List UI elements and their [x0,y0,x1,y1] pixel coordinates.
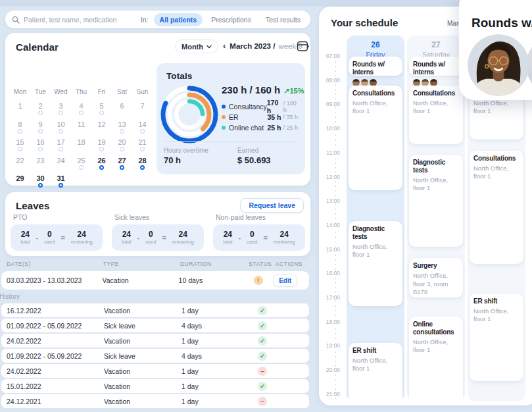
event-card-er-shift[interactable]: ER shiftNorth Office, floor 1 [470,294,523,381]
calendar-day-3[interactable]: 3 [51,101,71,120]
calendar-day-30[interactable]: 30 [30,174,51,192]
calendar-day-29[interactable]: 29 [10,174,30,192]
event-card-diagnostic-tests[interactable]: Diagnostic testsNorth Office, floor 1 [349,221,402,307]
event-card-surgery[interactable]: SurgeryNorth Office, floor 3, room B176 [409,258,463,297]
calendar-day-16[interactable]: 16 [30,138,51,156]
approved-status-icon: ✓ [258,336,267,346]
event-card-consultations[interactable]: ConsultationsNorth Office, floor 1 [349,86,402,190]
event-card-online-consultations[interactable]: Online consultationsNorth Office, floor … [409,317,463,401]
calendar-day-28[interactable]: 28 [132,156,153,174]
event-card-rounds-w-interns[interactable]: Rounds w/ interns [349,57,402,76]
calendar-day-23[interactable]: 23 [30,156,51,174]
total-stat-value: 24 [223,230,232,239]
remaining-stat-label: remianing [274,239,295,245]
leave-status: ! [243,276,273,285]
calendar-day-12[interactable]: 12 [91,120,112,138]
weekday-label-sun: Sun [132,88,153,95]
calendar-day-11[interactable]: 11 [71,120,91,138]
event-card-rounds-w-interns[interactable]: Rounds w/ interns [409,57,463,76]
calendar-day-6[interactable]: 6 [112,101,132,120]
history-row[interactable]: 16.12.2022Vacation1 day✓ [1,303,309,317]
event-card-consultations[interactable]: ConsultationsNorth Office, floor 1 [409,86,463,144]
leave-type: Vacation [104,367,181,375]
equals-sign: = [162,234,166,242]
search-tab-prescriptions[interactable]: Prescriptions [205,13,257,26]
day-number: 26 [97,157,105,165]
used-stat-value: 0 [145,230,156,239]
event-card-consultations[interactable]: ConsultationsNorth Office, floor 1 [470,151,523,264]
work-day-dot [38,183,43,188]
calendar-day-7[interactable]: 7 [132,101,153,120]
past-day-dot [140,147,145,151]
history-row[interactable]: 24.12.2021Vacation1 day– [1,394,309,408]
calendar-day-1[interactable]: 1 [10,101,30,120]
legend-quota: / 100 h [283,100,298,113]
used-stat: 0used [145,230,156,245]
event-card-diagnostic-tests[interactable]: Diagnostic testsNorth Office, floor 1 [409,155,463,247]
event-title: Diagnostic tests [352,225,399,241]
calendar-day-grid: 1234567891011121314151617181920212223242… [10,101,153,192]
history-row[interactable]: 01.09.2022 - 05.09.2022Sick leave4 days✓ [1,349,309,363]
history-row[interactable]: 01.09.2022 - 05.09.2022Sick leave4 days✓ [1,319,309,332]
history-row[interactable]: 24.02.2022Vacation1 day– [1,364,309,378]
day-number: 16 [36,138,44,146]
event-card-er-shift[interactable]: ER shiftNorth Office, floor 1 [349,343,402,401]
time-label-1500: 15:00 [320,246,340,253]
calendar-day-4[interactable]: 4 [71,101,91,120]
day-header-26[interactable]: 26Friday [347,36,404,59]
remaining-stat-label: remianing [71,239,93,245]
calendar-day-17[interactable]: 17 [51,138,71,156]
calendar-day-13[interactable]: 13 [112,120,132,138]
calendar-day-26[interactable]: 26 [91,156,112,174]
calendar-day-18[interactable]: 18 [71,138,91,156]
calendar-view-selector[interactable]: Month [175,39,218,53]
edit-leave-button[interactable]: Edit [273,274,297,287]
search-tab-all-patients[interactable]: All patients [154,13,203,26]
calendar-day-9[interactable]: 9 [30,120,51,138]
approved-status-icon: ✓ [258,351,267,361]
day-number: 18 [77,138,85,146]
calendar-day-22[interactable]: 22 [10,156,30,174]
calendar-day-10[interactable]: 10 [51,120,71,138]
calendar-day-25[interactable]: 25 [71,156,91,174]
leave-dates: 24.02.2022 [7,367,104,375]
request-leave-button[interactable]: Request leave [240,198,304,213]
calendar-day-15[interactable]: 15 [10,138,30,156]
calendar-title: Calendar [16,41,59,53]
search-tab-test-results[interactable]: Test results [260,13,306,26]
calendar-picker-icon[interactable] [297,40,308,52]
work-day-dot [140,165,145,170]
event-title: Consultations [413,90,459,97]
calendar-weekday-row: MonTueWedThuFriSatSun [10,88,153,95]
totals-panel: Totals 230 h / 160 h↗15% Consultancy170 … [157,63,305,174]
calendar-day-5[interactable]: 5 [91,101,112,120]
legend-name: Consultancy [229,103,267,111]
day-number: 25 [77,157,85,165]
leaves-title: Leaves [16,200,49,211]
leave-actions: Edit [273,274,309,287]
search-in-label: In: [141,16,149,24]
calendar-day-27[interactable]: 27 [112,156,132,174]
history-row[interactable]: 15.01.2022Vacation1 day✓ [1,379,309,393]
leave-duration: 1 day [181,307,247,315]
day-header-27[interactable]: 27Saturday [407,36,465,59]
pending-leave-row[interactable]: 03.03.2023 - 13.03.2023 Vacation 10 days… [1,271,309,290]
work-day-dot [59,183,63,188]
time-label-2000: 20:00 [320,367,340,373]
past-day-dot [120,147,124,151]
calendar-day-24[interactable]: 24 [51,156,71,174]
past-day-dot [38,111,43,115]
calendar-day-2[interactable]: 2 [30,101,51,120]
search-input[interactable] [24,16,138,24]
calendar-day-21[interactable]: 21 [132,138,153,156]
day-number: 1 [18,102,22,110]
calendar-day-20[interactable]: 20 [112,138,132,156]
calendar-day-19[interactable]: 19 [91,138,112,156]
calendar-day-14[interactable]: 14 [132,120,153,138]
calendar-day-8[interactable]: 8 [10,120,30,138]
past-day-dot [79,111,84,115]
prev-period-button[interactable]: ‹ [222,41,226,50]
leaves-card: Leaves Request leave PTO24total-0used=24… [5,192,310,256]
history-row[interactable]: 24.02.2022Vacation1 day✓ [1,334,309,348]
calendar-day-31[interactable]: 31 [51,174,71,192]
